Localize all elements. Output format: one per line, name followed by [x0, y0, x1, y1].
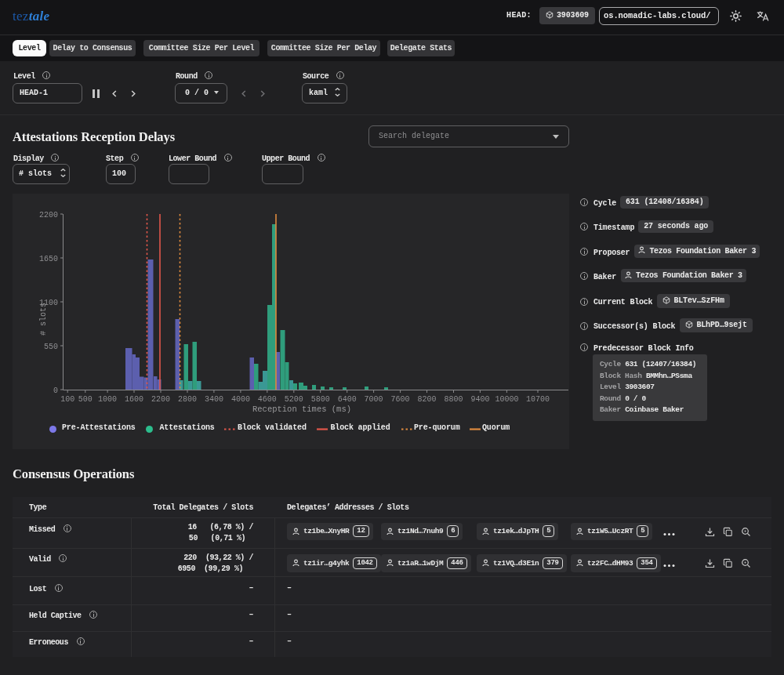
- svg-text:4600: 4600: [258, 395, 277, 404]
- svg-text:1600: 1600: [125, 395, 143, 404]
- svg-text:# slots: # slots: [39, 303, 48, 336]
- svg-text:1650: 1650: [39, 255, 58, 263]
- svg-text:Reception times (ms): Reception times (ms): [252, 405, 351, 414]
- svg-text:8200: 8200: [417, 395, 436, 404]
- svg-text:9400: 9400: [470, 395, 489, 404]
- svg-text:2800: 2800: [178, 395, 197, 404]
- svg-text:5800: 5800: [311, 395, 330, 404]
- svg-text:10700: 10700: [526, 395, 550, 404]
- svg-text:550: 550: [44, 343, 58, 351]
- svg-text:10000: 10000: [495, 395, 518, 404]
- svg-text:7000: 7000: [365, 395, 383, 404]
- svg-text:0: 0: [53, 386, 58, 395]
- svg-text:7600: 7600: [391, 395, 410, 404]
- svg-text:100: 100: [60, 395, 74, 404]
- svg-text:500: 500: [78, 395, 93, 404]
- svg-text:2200: 2200: [151, 395, 170, 404]
- svg-text:6400: 6400: [338, 395, 357, 404]
- svg-text:3400: 3400: [205, 395, 223, 404]
- svg-text:1000: 1000: [98, 395, 117, 404]
- svg-text:5200: 5200: [285, 395, 303, 404]
- svg-text:8800: 8800: [444, 395, 463, 404]
- svg-text:4000: 4000: [231, 395, 250, 404]
- svg-text:2200: 2200: [39, 211, 58, 220]
